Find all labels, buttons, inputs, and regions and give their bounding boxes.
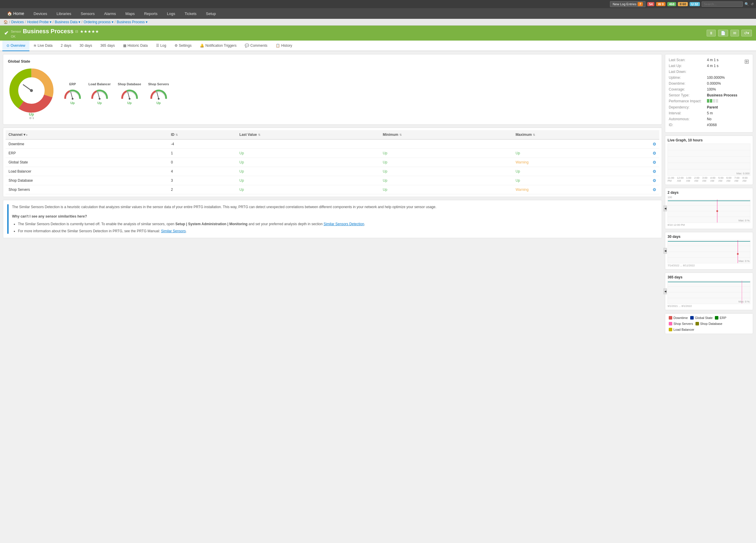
info-autonomous-label: Autonomous: [669,117,707,121]
gauge-shop-database: Shop Database Up [118,82,141,105]
pause-btn[interactable]: ⏸ [707,30,716,36]
30days-expand-btn[interactable]: ◀ [663,248,667,254]
breadcrumb-ordering-process[interactable]: Ordering process ▾ [84,20,113,24]
svg-point-13 [158,98,160,100]
badge-ii60[interactable]: II 60 [678,2,688,6]
legend-dot-load-balancer [669,328,672,331]
donut-chart: Up ⚙ ℹ [8,67,55,120]
nav-tickets[interactable]: Tickets [180,9,201,18]
nav-home[interactable]: 🏠 Home [2,9,29,18]
table-cell-minimum: Up [380,149,513,158]
th-id[interactable]: ID ⇅ [168,130,237,139]
main-layout: Global State [0,51,756,337]
tab-notifications[interactable]: 🔔Notification Triggers [196,41,241,51]
info-last-up-label: Last Up: [669,64,707,68]
th-channel[interactable]: Channel ▾ ▸ [6,130,168,139]
tab-overview[interactable]: ⊙Overview [2,41,29,51]
channel-link-icon[interactable]: ⚙ [653,187,656,192]
table-cell-link[interactable]: ⚙ [650,139,659,149]
nav-devices[interactable]: Devices [29,9,52,18]
365days-expand-btn[interactable]: ◀ [663,289,667,294]
2days-graph-title: 2 days [668,190,750,195]
breadcrumb-hosted-probe[interactable]: Hosted Probe ▾ [27,20,51,24]
legend-load-balancer: Load Balancer [669,328,694,331]
similar-sensors-link-1[interactable]: Similar Sensors Detection [323,222,364,226]
tab-comments[interactable]: 💬Comments [241,41,271,51]
nav-reports[interactable]: Reports [139,9,162,18]
channel-link-icon[interactable]: ⚙ [653,178,656,183]
tab-history[interactable]: 📋History [271,41,296,51]
badge-w0[interactable]: W 0 [656,2,666,6]
info-coverage-value: 100% [707,87,716,91]
info-downtime-label: Downtime: [669,81,707,85]
similar-sensors-info: The Similar Sensors Detection is a heuri… [7,204,658,234]
breadcrumb-devices[interactable]: Devices [11,20,24,24]
breadcrumb-business-process[interactable]: Business Process ▾ [117,20,147,24]
table-cell-channel: Shop Database [6,176,168,185]
tabs-bar: ⊙Overview ≋Live Data 2days 30days 365day… [0,41,756,51]
tab-30days[interactable]: 30days [76,41,96,51]
nav-alarms[interactable]: Alarms [99,9,120,18]
nav-logs[interactable]: Logs [162,9,180,18]
table-cell-channel: Shop Servers [6,185,168,194]
table-cell-link[interactable]: ⚙ [650,167,659,176]
2days-expand-btn[interactable]: ◀ [663,205,667,211]
more-btn[interactable]: ↺▾ [741,30,752,36]
nav-sensors[interactable]: Sensors [76,9,99,18]
table-cell-link[interactable]: ⚙ [650,158,659,167]
tab-settings[interactable]: ⚙Settings [170,41,196,51]
badge-54[interactable]: 54 [647,2,654,6]
table-cell-link[interactable]: ⚙ [650,149,659,158]
alert-btn[interactable]: ✉ [730,30,739,36]
channel-link-icon[interactable]: ⚙ [653,142,656,146]
search-input[interactable] [702,1,743,7]
table-cell-maximum [513,139,650,149]
channel-link-icon[interactable]: ⚙ [653,151,656,155]
30days-graph-canvas: Max: 0 % [668,240,750,263]
badge-u32[interactable]: U 32 [690,2,700,6]
svg-point-7 [72,98,73,100]
breadcrumb-business-data[interactable]: Business Data ▾ [55,20,80,24]
th-minimum[interactable]: Minimum ⇅ [380,130,513,139]
channel-link-icon[interactable]: ⚙ [653,160,656,165]
table-cell-link[interactable]: ⚙ [650,185,659,194]
svg-line-10 [128,92,130,99]
channel-link-icon[interactable]: ⚙ [653,169,656,174]
table-row: Global State 0 Up Up Warning ⚙ [6,158,659,167]
tab-historicdata[interactable]: ▦Historic Data [119,41,152,51]
tab-log[interactable]: ☰Log [152,41,170,51]
sensor-ok-status: OK [11,35,99,38]
tab-365days[interactable]: 365days [96,41,119,51]
svg-line-4 [23,85,31,90]
nav-libraries[interactable]: Libraries [52,9,76,18]
th-lastvalue[interactable]: Last Value ⇅ [237,130,380,139]
table-cell-lastvalue: Up [237,176,380,185]
new-log-button[interactable]: New Log Entries 7 [610,1,646,7]
tab-2days[interactable]: 2days [57,41,76,51]
refresh-icon[interactable]: ↺ [751,2,754,6]
table-cell-lastvalue: Up [237,158,380,167]
report-btn[interactable]: 📄 [718,30,728,36]
donut-settings[interactable]: ⚙ ℹ [8,116,55,120]
similar-sensors-link-2[interactable]: Similar Sensors [161,229,186,233]
nav-maps[interactable]: Maps [121,9,140,18]
table-cell-lastvalue: Up [237,149,380,158]
tab-livedata[interactable]: ≋Live Data [29,41,57,51]
table-cell-link[interactable]: ⚙ [650,176,659,185]
nav-setup[interactable]: Setup [201,9,221,18]
30days-graph-title: 30 days [668,234,750,239]
table-cell-minimum: Up [380,176,513,185]
qr-btn[interactable]: ⊞ [744,58,749,65]
2days-graph-card: ◀ 2 days 100 [665,188,753,229]
info-last-scan-label: Last Scan: [669,58,707,62]
gauge-erp: ERP Up [64,82,81,105]
table-cell-maximum: Warning [513,185,650,194]
30days-graph-card: ◀ 30 days Max: [665,232,753,269]
th-maximum[interactable]: Maximum ⇅ [513,130,650,139]
sensor-actions: ⏸ 📄 ✉ ↺▾ [707,30,752,36]
2days-max-label: Max: 0 % [738,219,750,222]
badge-468[interactable]: 468 [667,2,676,6]
365days-graph-canvas: Max: 0 % [668,281,750,304]
30days-xaxis: 7/14/2022 ... 8/11/2022 [668,264,750,267]
legend-dot-erp [715,316,718,320]
